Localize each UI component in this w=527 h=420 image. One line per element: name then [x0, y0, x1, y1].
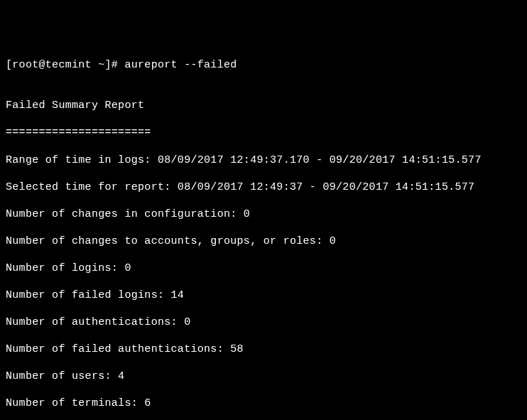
report-title: Failed Summary Report — [6, 99, 521, 112]
stat-authentications: Number of authentications: 0 — [6, 316, 521, 329]
stat-users: Number of users: 4 — [6, 370, 521, 383]
command-text: aureport --failed — [124, 59, 237, 71]
stat-failed-authentications: Number of failed authentications: 58 — [6, 343, 521, 356]
selected-line: Selected time for report: 08/09/2017 12:… — [6, 181, 521, 194]
stat-logins: Number of logins: 0 — [6, 262, 521, 275]
prompt-line-1[interactable]: [root@tecmint ~]# aureport --failed — [6, 58, 521, 72]
stat-account-changes: Number of changes to accounts, groups, o… — [6, 235, 521, 248]
stat-terminals: Number of terminals: 6 — [6, 397, 521, 410]
stat-config-changes: Number of changes in configuration: 0 — [6, 208, 521, 221]
stat-failed-logins: Number of failed logins: 14 — [6, 289, 521, 302]
shell-prompt: [root@tecmint ~]# — [6, 59, 124, 71]
separator: ====================== — [6, 126, 521, 139]
range-line: Range of time in logs: 08/09/2017 12:49:… — [6, 154, 521, 167]
